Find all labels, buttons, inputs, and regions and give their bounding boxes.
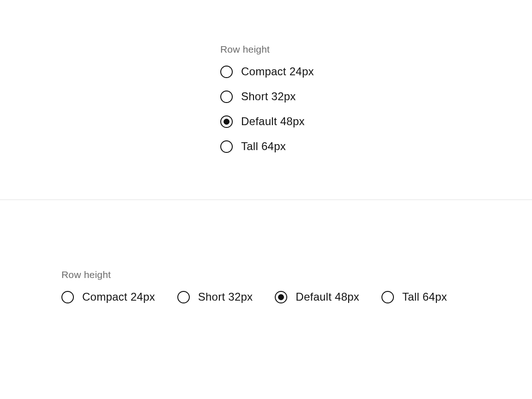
radio-option-default[interactable]: Default 48px (220, 115, 314, 128)
radio-label: Tall 64px (402, 290, 447, 303)
radio-option-short[interactable]: Short 32px (220, 90, 314, 103)
radio-option-short[interactable]: Short 32px (177, 290, 253, 303)
radio-option-default[interactable]: Default 48px (275, 290, 359, 303)
radio-option-compact[interactable]: Compact 24px (220, 65, 314, 78)
radio-option-tall[interactable]: Tall 64px (220, 140, 314, 153)
radio-icon (220, 66, 233, 78)
radio-label: Short 32px (241, 90, 296, 103)
radio-label: Default 48px (241, 115, 305, 128)
radio-group-horizontal-section: Row height Compact 24px Short 32px Defau… (61, 269, 447, 303)
radio-icon (220, 140, 233, 153)
radio-label: Compact 24px (82, 290, 155, 303)
radio-group-horizontal: Compact 24px Short 32px Default 48px Tal… (61, 290, 447, 303)
radio-icon (275, 291, 287, 303)
radio-icon (381, 291, 394, 303)
radio-icon (220, 91, 233, 103)
radio-label: Compact 24px (241, 65, 314, 78)
group-label-vertical: Row height (220, 44, 314, 55)
group-label-horizontal: Row height (61, 269, 447, 280)
radio-icon (61, 291, 74, 303)
section-divider (0, 200, 532, 200)
radio-label: Short 32px (198, 290, 253, 303)
radio-group-vertical: Compact 24px Short 32px Default 48px Tal… (220, 65, 314, 153)
radio-icon (177, 291, 190, 303)
radio-group-vertical-section: Row height Compact 24px Short 32px Defau… (220, 44, 314, 153)
radio-icon (220, 115, 233, 128)
radio-option-compact[interactable]: Compact 24px (61, 290, 155, 303)
radio-option-tall[interactable]: Tall 64px (381, 290, 447, 303)
radio-label: Default 48px (296, 290, 359, 303)
radio-label: Tall 64px (241, 140, 286, 153)
